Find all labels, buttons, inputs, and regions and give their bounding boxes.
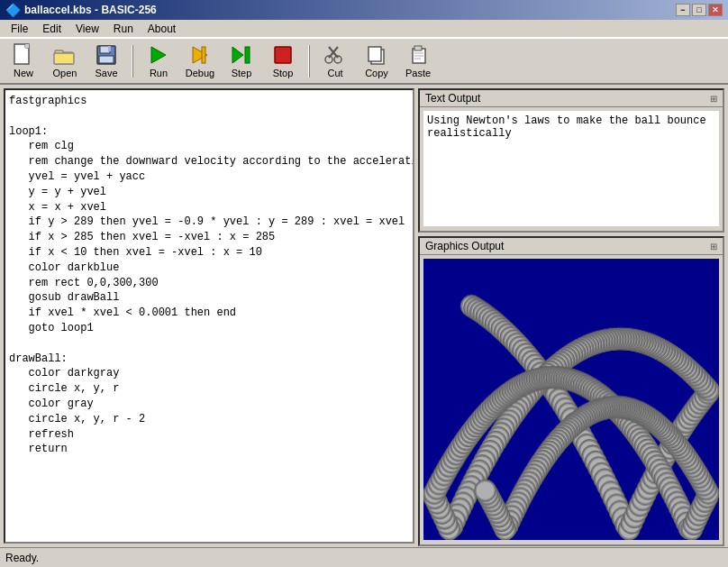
title-bar: 🔷 ballaccel.kbs - BASIC-256 − □ ✕	[0, 0, 728, 20]
svg-rect-10	[99, 56, 114, 63]
svg-rect-15	[245, 47, 250, 63]
step-button[interactable]: Step	[222, 41, 261, 81]
copy-label: Copy	[365, 68, 388, 78]
menu-view[interactable]: View	[68, 21, 106, 37]
window-title: ballaccel.kbs - BASIC-256	[24, 4, 157, 16]
text-output-header: Text Output ⊞	[420, 90, 723, 107]
save-icon	[96, 44, 117, 66]
cut-button[interactable]: Cut	[315, 41, 355, 81]
step-label: Step	[232, 68, 252, 78]
main-content: fastgraphics loop1: rem clg rem change t…	[0, 85, 728, 547]
graphics-output-icon: ⊞	[710, 242, 717, 251]
debug-label: Debug	[186, 68, 214, 78]
run-button[interactable]: Run	[139, 41, 178, 81]
cut-icon	[324, 44, 346, 66]
menu-run[interactable]: Run	[106, 21, 141, 37]
graphics-output-title: Graphics Output	[425, 240, 504, 252]
svg-rect-22	[369, 47, 381, 61]
paste-button[interactable]: Paste	[398, 41, 438, 81]
stop-label: Stop	[273, 68, 294, 78]
maximize-button[interactable]: □	[692, 4, 706, 16]
svg-marker-11	[151, 47, 166, 63]
menu-about[interactable]: About	[141, 21, 183, 37]
run-label: Run	[150, 68, 168, 78]
close-button[interactable]: ✕	[708, 4, 723, 16]
paste-label: Paste	[405, 68, 431, 78]
status-bar: Ready.	[0, 547, 728, 567]
svg-rect-9	[108, 46, 111, 51]
svg-rect-24	[414, 46, 422, 50]
code-editor[interactable]: fastgraphics loop1: rem clg rem change t…	[5, 90, 413, 542]
app-icon: 🔷	[5, 3, 21, 17]
menu-edit[interactable]: Edit	[35, 21, 68, 37]
menu-file[interactable]: File	[4, 21, 35, 37]
text-output-icon: ⊞	[710, 94, 717, 104]
graphics-output-panel: Graphics Output ⊞	[418, 236, 724, 546]
step-icon	[231, 44, 252, 66]
text-output-text: Using Newton's laws to make the ball bou…	[427, 114, 706, 140]
text-output-content: Using Newton's laws to make the ball bou…	[423, 111, 719, 226]
graphics-output-header: Graphics Output ⊞	[420, 238, 723, 255]
paste-icon	[407, 44, 429, 66]
new-icon	[13, 44, 34, 66]
text-output-title: Text Output	[425, 92, 480, 105]
toolbar: New Open Save	[0, 38, 728, 85]
code-editor-panel: fastgraphics loop1: rem clg rem change t…	[4, 88, 414, 544]
svg-marker-14	[232, 47, 243, 63]
minimize-button[interactable]: −	[676, 4, 690, 16]
open-icon	[54, 44, 76, 66]
separator-2	[308, 45, 310, 78]
run-icon	[148, 44, 169, 66]
open-button[interactable]: Open	[45, 41, 85, 81]
cut-label: Cut	[327, 68, 342, 78]
save-label: Save	[95, 68, 117, 78]
copy-icon	[366, 44, 387, 66]
graphics-canvas	[423, 259, 719, 540]
stop-icon	[272, 44, 294, 66]
debug-button[interactable]: Debug	[180, 41, 220, 81]
new-label: New	[14, 68, 33, 78]
svg-rect-16	[275, 47, 291, 63]
save-button[interactable]: Save	[86, 41, 126, 81]
copy-button[interactable]: Copy	[357, 41, 396, 81]
svg-rect-13	[202, 47, 205, 63]
new-button[interactable]: New	[4, 41, 43, 81]
text-output-panel: Text Output ⊞ Using Newton's laws to mak…	[418, 88, 724, 233]
status-text: Ready.	[5, 552, 39, 564]
right-panel: Text Output ⊞ Using Newton's laws to mak…	[418, 88, 724, 544]
open-label: Open	[53, 68, 77, 78]
separator-1	[132, 45, 133, 78]
menu-bar: File Edit View Run About	[0, 20, 728, 38]
title-bar-left: 🔷 ballaccel.kbs - BASIC-256	[5, 3, 157, 17]
title-bar-controls: − □ ✕	[676, 4, 723, 16]
debug-icon	[189, 44, 211, 66]
stop-button[interactable]: Stop	[263, 41, 303, 81]
svg-rect-6	[54, 53, 74, 64]
ball-animation-canvas	[423, 259, 719, 540]
